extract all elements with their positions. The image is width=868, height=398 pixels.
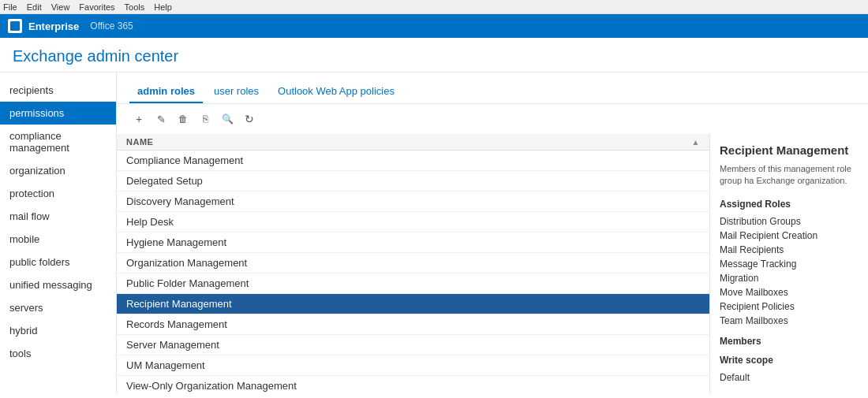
sort-arrow: ▲ (692, 138, 700, 147)
detail-role-item: Mail Recipient Creation (720, 229, 859, 243)
table-row[interactable]: View-Only Organization Management (117, 376, 709, 393)
page-title-bar: Exchange admin center (0, 38, 868, 73)
main-content: admin roles user roles Outlook Web App p… (117, 73, 868, 393)
toolbar: + ✎ 🗑 ⎘ 🔍 ↻ (117, 104, 868, 134)
menu-file[interactable]: File (3, 2, 17, 12)
sidebar-item-tools[interactable]: tools (0, 342, 116, 365)
table-row[interactable]: Server Management (117, 335, 709, 355)
sidebar-item-servers[interactable]: servers (0, 296, 116, 319)
table-row[interactable]: Public Folder Management (117, 273, 709, 294)
sidebar-item-unifiedmessaging[interactable]: unified messaging (0, 273, 116, 296)
table-area: NAME ▲ Compliance Management Delegated S… (117, 134, 710, 393)
detail-role-item: Migration (720, 271, 859, 285)
page-title: Exchange admin center (13, 47, 178, 65)
assigned-roles-title: Assigned Roles (720, 199, 859, 210)
logo-inner (10, 21, 20, 31)
table-row[interactable]: Discovery Management (117, 192, 709, 212)
table-row[interactable]: Compliance Management (117, 151, 709, 171)
refresh-button[interactable]: ↻ (240, 110, 259, 128)
table-row[interactable]: Hygiene Management (117, 232, 709, 253)
tab-outlookwebapp[interactable]: Outlook Web App policies (270, 80, 402, 103)
table-row[interactable]: Help Desk (117, 212, 709, 232)
menu-help[interactable]: Help (154, 2, 172, 12)
edit-button[interactable]: ✎ (152, 110, 170, 128)
tab-userroles[interactable]: user roles (206, 80, 267, 103)
sidebar-item-organization[interactable]: organization (0, 159, 116, 182)
table-row-selected[interactable]: Recipient Management (117, 294, 709, 314)
menu-edit[interactable]: Edit (27, 2, 42, 12)
copy-button[interactable]: ⎘ (196, 110, 215, 128)
sidebar-item-publicfolders[interactable]: public folders (0, 251, 116, 273)
sidebar-item-recipients[interactable]: recipients (0, 79, 116, 102)
sidebar-item-compliance[interactable]: compliance management (0, 125, 116, 159)
top-nav: Enterprise Office 365 (0, 14, 868, 38)
delete-button[interactable]: 🗑 (174, 110, 193, 128)
detail-role-item: Move Mailboxes (720, 285, 859, 299)
sidebar-item-permissions[interactable]: permissions (0, 102, 116, 125)
sidebar-item-mobile[interactable]: mobile (0, 228, 116, 251)
office365-label: Office 365 (90, 20, 133, 32)
sidebar-item-protection[interactable]: protection (0, 182, 116, 205)
office-logo (8, 19, 22, 33)
table-row[interactable]: UM Management (117, 355, 709, 376)
search-button[interactable]: 🔍 (218, 110, 237, 128)
menu-view[interactable]: View (51, 2, 70, 12)
add-button[interactable]: + (129, 110, 148, 128)
menu-bar: File Edit View Favorites Tools Help (0, 0, 868, 14)
detail-description: Members of this management role group ha… (720, 163, 859, 188)
table-row[interactable]: Records Management (117, 314, 709, 335)
enterprise-label: Enterprise (28, 20, 79, 32)
detail-role-item: Mail Recipients (720, 243, 859, 257)
detail-role-item: Distribution Groups (720, 214, 859, 229)
detail-pane: Recipient Management Members of this man… (710, 134, 868, 393)
detail-title: Recipient Management (720, 143, 859, 157)
table-row[interactable]: Organization Management (117, 253, 709, 273)
sidebar-item-mailflow[interactable]: mail flow (0, 205, 116, 228)
layout: recipients permissions compliance manage… (0, 73, 868, 393)
col-name-header: NAME (126, 137, 692, 147)
sidebar: recipients permissions compliance manage… (0, 73, 117, 393)
write-scope-title: Write scope (720, 355, 859, 366)
tab-adminroles[interactable]: admin roles (129, 80, 203, 103)
sidebar-item-hybrid[interactable]: hybrid (0, 319, 116, 342)
table-header: NAME ▲ (117, 134, 709, 151)
detail-role-item: Message Tracking (720, 257, 859, 271)
members-title: Members (720, 336, 859, 347)
split-pane: NAME ▲ Compliance Management Delegated S… (117, 134, 868, 393)
menu-favorites[interactable]: Favorites (79, 2, 114, 12)
tabs: admin roles user roles Outlook Web App p… (117, 73, 868, 104)
table-row[interactable]: Delegated Setup (117, 171, 709, 192)
detail-role-item: Team Mailboxes (720, 314, 859, 328)
menu-tools[interactable]: Tools (125, 2, 145, 12)
write-scope-value: Default (720, 370, 859, 385)
detail-role-item: Recipient Policies (720, 299, 859, 314)
